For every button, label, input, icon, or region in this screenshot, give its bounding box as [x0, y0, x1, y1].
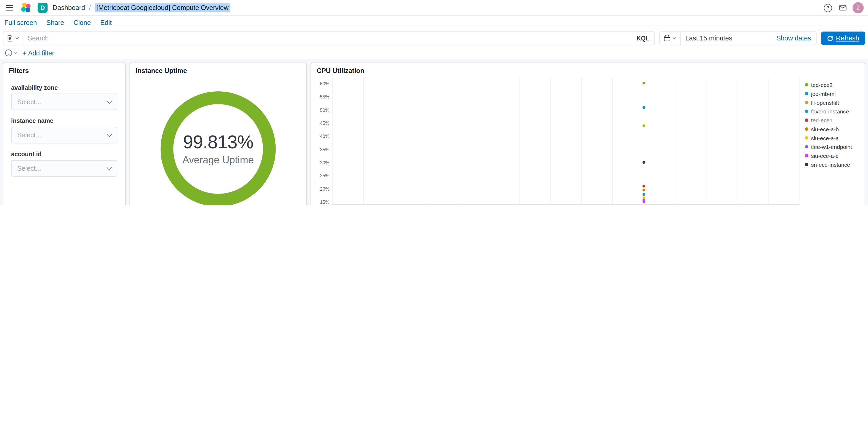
- breadcrumb-separator: /: [89, 4, 91, 12]
- y-tick-label: 60%: [314, 81, 330, 86]
- cpu-utilization-panel: CPU Utilization 60%55%50%45%40%35%30%25%…: [311, 62, 865, 205]
- help-button[interactable]: ?: [823, 2, 833, 13]
- menu-button[interactable]: [4, 3, 14, 12]
- user-avatar[interactable]: 2: [852, 2, 864, 13]
- uptime-gauge: 99.813% Average Uptime: [130, 76, 306, 205]
- uptime-gauge-ring: 99.813% Average Uptime: [161, 91, 276, 205]
- legend-item[interactable]: ted-ece1: [805, 117, 860, 123]
- legend-swatch: [805, 145, 808, 149]
- legend-swatch: [805, 163, 808, 166]
- availability-zone-label: availability zone: [11, 84, 117, 91]
- data-point: [642, 81, 645, 84]
- legend-item-label: lil-openshift: [811, 99, 839, 106]
- y-tick-label: 15%: [314, 199, 330, 205]
- clone-link[interactable]: Clone: [73, 19, 91, 27]
- legend-item-label: ted-ece1: [811, 117, 833, 123]
- select-placeholder: Select...: [17, 164, 41, 172]
- filter-bar: + Add filter: [0, 47, 868, 59]
- legend-item-label: sri-ece-instance: [811, 162, 850, 168]
- legend-swatch: [805, 118, 808, 122]
- y-tick-label: 45%: [314, 120, 330, 126]
- saved-query-icon: [6, 35, 13, 41]
- account-id-label: account id: [11, 151, 117, 157]
- show-dates-link[interactable]: Show dates: [776, 34, 816, 42]
- date-picker: Last 15 minutes Show dates: [659, 31, 816, 46]
- calendar-button[interactable]: [660, 31, 681, 45]
- edit-link[interactable]: Edit: [100, 19, 112, 27]
- kibana-dashboard: D Dashboard / [Metricbeat Googlecloud] C…: [0, 0, 868, 205]
- legend-item[interactable]: tlee-w1-endpoint: [805, 143, 860, 150]
- data-point: [642, 189, 645, 192]
- help-icon: ?: [824, 4, 832, 12]
- data-point: [642, 200, 645, 203]
- top-nav: D Dashboard / [Metricbeat Googlecloud] C…: [0, 0, 868, 16]
- legend-item-label: tlee-w1-endpoint: [811, 144, 852, 150]
- calendar-icon: [664, 35, 670, 41]
- filters-panel: Filters availability zone Select... inst…: [3, 62, 126, 205]
- query-language-button[interactable]: KQL: [631, 35, 654, 41]
- filter-options-button[interactable]: [4, 49, 19, 56]
- elastic-logo[interactable]: [20, 1, 33, 15]
- legend-item[interactable]: siu-ece-a-b: [805, 126, 860, 132]
- account-id-select[interactable]: Select...: [11, 160, 117, 177]
- legend-swatch: [805, 101, 808, 104]
- dashboard-content: Filters availability zone Select... inst…: [0, 59, 868, 205]
- instance-name-label: instance name: [11, 117, 117, 124]
- legend-item[interactable]: siu-ece-a-c: [805, 152, 860, 159]
- filters-form: availability zone Select... instance nam…: [3, 76, 125, 178]
- chart-body: 60%55%50%45%40%35%30%25%20%15% 16:4016:4…: [311, 76, 865, 205]
- dashboard-toolbar: Full screen Share Clone Edit: [0, 16, 868, 29]
- data-point: [642, 106, 645, 109]
- saved-query-button[interactable]: [3, 31, 23, 45]
- availability-zone-select[interactable]: Select...: [11, 93, 117, 110]
- y-tick-label: 35%: [314, 147, 330, 152]
- legend-item[interactable]: joe-mb-ml: [805, 90, 860, 97]
- add-filter-link[interactable]: + Add filter: [23, 49, 54, 57]
- y-axis: 60%55%50%45%40%35%30%25%20%15%: [314, 78, 332, 205]
- legend-swatch: [805, 154, 808, 157]
- query-bar: KQL Last 15 minutes Show dates Refresh: [0, 29, 868, 47]
- legend-swatch: [805, 83, 808, 86]
- legend-item[interactable]: siu-ece-a-a: [805, 135, 860, 141]
- instance-name-select[interactable]: Select...: [11, 127, 117, 143]
- data-point: [642, 161, 645, 164]
- breadcrumb: Dashboard / [Metricbeat Googlecloud] Com…: [53, 3, 230, 12]
- uptime-value: 99.813%: [183, 132, 253, 153]
- full-screen-link[interactable]: Full screen: [4, 19, 37, 27]
- refresh-button[interactable]: Refresh: [821, 31, 865, 45]
- chevron-down-icon: [106, 98, 112, 104]
- y-tick-label: 25%: [314, 173, 330, 178]
- y-tick-label: 20%: [314, 186, 330, 192]
- refresh-icon: [827, 35, 833, 41]
- gridline: [800, 78, 800, 204]
- y-tick-label: 55%: [314, 94, 330, 99]
- envelope-icon: [839, 5, 846, 10]
- share-link[interactable]: Share: [46, 19, 64, 27]
- select-placeholder: Select...: [17, 98, 41, 106]
- chevron-down-icon: [13, 51, 18, 55]
- legend-item-label: siu-ece-a-a: [811, 135, 839, 141]
- time-range-value[interactable]: Last 15 minutes: [681, 34, 776, 42]
- data-point: [642, 124, 645, 127]
- chevron-down-icon: [106, 165, 112, 170]
- legend-item-label: joe-mb-ml: [811, 91, 836, 97]
- space-badge[interactable]: D: [37, 3, 48, 13]
- panel-title: Instance Uptime: [130, 63, 306, 76]
- legend-item-label: favero-instance: [811, 108, 849, 114]
- search-input[interactable]: [23, 34, 631, 42]
- legend-item-label: siu-ece-a-b: [811, 126, 839, 132]
- legend-item[interactable]: favero-instance: [805, 108, 860, 114]
- panel-title: Filters: [3, 63, 125, 76]
- newsfeed-button[interactable]: [838, 4, 847, 12]
- breadcrumb-dashboard-link[interactable]: Dashboard: [53, 4, 85, 12]
- legend: ted-ece2joe-mb-mllil-openshiftfavero-ins…: [800, 76, 862, 205]
- uptime-caption: Average Uptime: [182, 154, 254, 166]
- chevron-down-icon: [106, 132, 112, 137]
- legend-item[interactable]: sri-ece-instance: [805, 161, 860, 168]
- instance-uptime-panel: Instance Uptime 99.813% Average Uptime: [130, 62, 307, 205]
- legend-item[interactable]: lil-openshift: [805, 99, 860, 106]
- y-tick-label: 40%: [314, 134, 330, 139]
- legend-item-label: ted-ece2: [811, 82, 833, 88]
- chart-area: 60%55%50%45%40%35%30%25%20%15% 16:4016:4…: [314, 76, 800, 205]
- legend-item[interactable]: ted-ece2: [805, 81, 860, 88]
